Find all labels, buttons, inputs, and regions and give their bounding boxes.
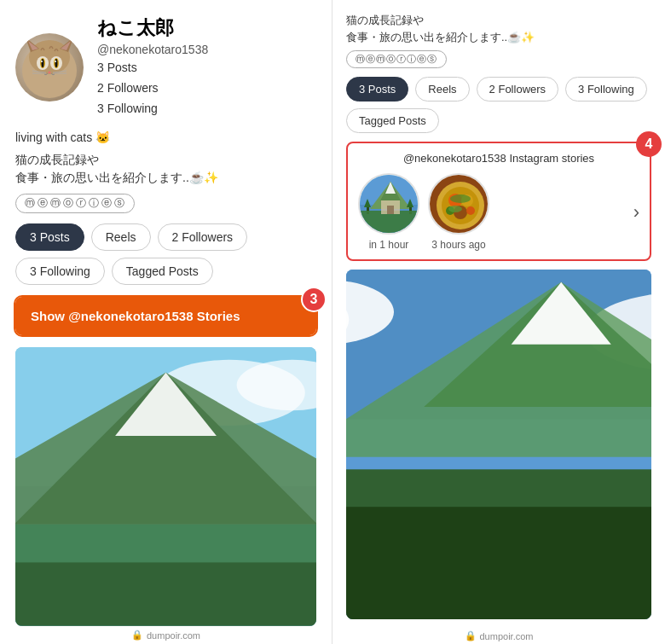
story-item-2[interactable]: 3 hours ago	[428, 173, 489, 251]
right-bio-line2: 食事・旅の思い出を紹介します..☕✨	[346, 31, 535, 44]
bio-line1: 猫の成長記録や	[15, 153, 99, 166]
avatar	[15, 33, 84, 102]
story-1-time: in 1 hour	[369, 239, 409, 251]
right-tab-tagged[interactable]: Tagged Posts	[346, 108, 439, 133]
svg-point-59	[466, 206, 475, 215]
i-letter: ⓘ	[89, 196, 100, 211]
stories-cta-container: Show @nekonekotaro1538 Stories 3	[15, 297, 316, 335]
svg-point-61	[448, 206, 462, 212]
chevron-icon[interactable]: ›	[633, 201, 639, 223]
right-bio-text: 猫の成長記録や 食事・旅の思い出を紹介します..☕✨	[346, 12, 651, 45]
badge-4: 4	[636, 131, 662, 157]
followers-count: 2 Followers	[97, 78, 208, 99]
stories-box: 4 @nekonekotaro1538 Instagram stories	[346, 142, 651, 261]
story-item-1[interactable]: in 1 hour	[358, 173, 419, 251]
left-tabs: 3 Posts Reels 2 Followers 3 Following Ta…	[15, 223, 316, 285]
profile-name: ねこ太郎	[97, 15, 208, 41]
svg-point-11	[55, 59, 58, 67]
svg-rect-38	[15, 563, 316, 626]
left-bottom-image	[15, 347, 316, 626]
tab-posts[interactable]: 3 Posts	[15, 223, 84, 251]
left-footer: 🔒 dumpoir.com	[15, 626, 316, 644]
profile-handle: @nekonekotaro1538	[97, 43, 208, 56]
o-letter: ⓞ	[63, 196, 74, 211]
profile-header: ねこ太郎 @nekonekotaro1538 3 Posts 2 Followe…	[15, 15, 316, 119]
right-tabs: 3 Posts Reels 2 Followers 3 Following Ta…	[346, 77, 651, 133]
bio-text: 猫の成長記録や 食事・旅の思い出を紹介します..☕✨	[15, 151, 316, 187]
right-memories-badge: ⓜⓔⓜⓞⓡⓘⓔⓢ	[346, 50, 447, 68]
tab-followers[interactable]: 2 Followers	[158, 223, 248, 251]
right-tab-posts[interactable]: 3 Posts	[346, 77, 408, 102]
memories-badge: ⓜ ⓔ ⓜ ⓞ ⓡ ⓘ ⓔ ⓢ	[15, 194, 135, 213]
svg-point-10	[42, 59, 44, 67]
stories-cta-button[interactable]: Show @nekonekotaro1538 Stories	[15, 297, 316, 335]
s-letter: ⓢ	[114, 196, 125, 211]
right-bottom-image	[346, 270, 651, 619]
footer-url-text: dumpoir.com	[147, 630, 200, 641]
profile-info: ねこ太郎 @nekonekotaro1538 3 Posts 2 Followe…	[97, 15, 208, 119]
m-letter: ⓜ	[25, 196, 36, 211]
r-letter: ⓡ	[76, 196, 87, 211]
right-bio-line1: 猫の成長記録や	[346, 14, 424, 26]
tab-reels[interactable]: Reels	[91, 223, 151, 251]
tab-following[interactable]: 3 Following	[15, 258, 105, 285]
right-panel: 猫の成長記録や 食事・旅の思い出を紹介します..☕✨ ⓜⓔⓜⓞⓡⓘⓔⓢ 3 Po…	[332, 0, 665, 644]
svg-point-13	[55, 61, 56, 62]
right-lock-icon: 🔒	[465, 630, 477, 641]
svg-rect-49	[360, 211, 419, 235]
following-count: 3 Following	[97, 99, 208, 119]
profile-stats: 3 Posts 2 Followers 3 Following	[97, 58, 208, 119]
svg-rect-51	[387, 206, 394, 214]
bio-line2: 食事・旅の思い出を紹介します..☕✨	[15, 171, 218, 184]
lock-icon: 🔒	[131, 629, 143, 641]
right-bio: 猫の成長記録や 食事・旅の思い出を紹介します..☕✨ ⓜⓔⓜⓞⓡⓘⓔⓢ	[346, 12, 651, 68]
story-thumb-2	[428, 173, 489, 235]
right-tab-following[interactable]: 3 Following	[565, 77, 647, 102]
right-footer-url-text: dumpoir.com	[480, 631, 534, 641]
story-2-time: 3 hours ago	[431, 239, 485, 251]
stories-items: in 1 hour	[358, 173, 639, 251]
bio-living: living with cats 🐱	[15, 131, 316, 144]
posts-count: 3 Posts	[97, 58, 208, 78]
right-tab-reels[interactable]: Reels	[415, 77, 469, 102]
left-panel: ねこ太郎 @nekonekotaro1538 3 Posts 2 Followe…	[0, 0, 332, 644]
right-tab-followers[interactable]: 2 Followers	[477, 77, 558, 102]
m2-letter: ⓜ	[50, 196, 61, 211]
svg-point-1	[29, 40, 70, 74]
story-thumb-1	[358, 173, 419, 235]
svg-point-12	[41, 61, 43, 62]
e2-letter: ⓔ	[101, 196, 113, 211]
svg-point-60	[450, 194, 471, 203]
right-footer: 🔒 dumpoir.com	[346, 628, 651, 644]
svg-rect-84	[346, 507, 651, 619]
badge-3: 3	[301, 287, 327, 312]
tab-tagged[interactable]: Tagged Posts	[112, 258, 213, 285]
stories-box-title: @nekonekotaro1538 Instagram stories	[358, 152, 639, 165]
bio-section: living with cats 🐱 猫の成長記録や 食事・旅の思い出を紹介しま…	[15, 131, 316, 213]
e-letter: ⓔ	[38, 196, 49, 211]
